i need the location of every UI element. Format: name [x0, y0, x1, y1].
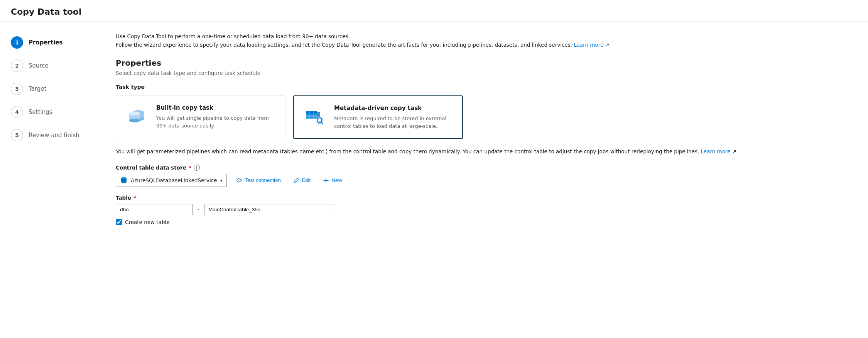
builtin-card-content: Built-in copy task You will get single p…	[156, 104, 276, 129]
step-label-source: Source	[29, 62, 49, 69]
step-label-settings: Settings	[29, 109, 52, 115]
builtin-card-desc: You will get single pipeline to copy dat…	[156, 114, 276, 129]
builtin-copy-task-card[interactable]: Built-in copy task You will get single p…	[116, 95, 285, 139]
svg-rect-9	[306, 114, 317, 115]
dropdown-value: AzureSQLDatabaseLinkedService	[131, 177, 217, 183]
step-label-properties: Properties	[29, 39, 62, 46]
intro-learn-more-link[interactable]: Learn more	[574, 42, 603, 48]
step-circle-4: 4	[11, 106, 23, 118]
required-star: *	[189, 165, 191, 171]
table-schema-input[interactable]	[116, 204, 193, 215]
sidebar-item-settings[interactable]: 4 Settings	[0, 100, 100, 124]
plus-icon	[323, 177, 329, 183]
step-label-review: Review and finish	[29, 132, 79, 139]
metadata-copy-icon	[303, 105, 326, 128]
edit-button[interactable]: Edit	[290, 175, 314, 186]
properties-section-title: Properties	[116, 58, 853, 68]
table-separator: ·	[196, 206, 201, 213]
table-field-label: Table *	[116, 195, 853, 201]
metadata-card-title: Metadata-driven copy task	[334, 105, 453, 112]
info-icon[interactable]: i	[194, 165, 200, 171]
test-connection-button[interactable]: Test connection	[233, 175, 284, 186]
new-button[interactable]: New	[320, 175, 345, 186]
svg-rect-8	[306, 111, 317, 114]
section-subtitle: Select copy data task type and configure…	[116, 70, 853, 76]
main-content: Use Copy Data Tool to perform a one-time…	[100, 22, 868, 336]
intro-text: Use Copy Data Tool to perform a one-time…	[116, 32, 853, 49]
svg-point-6	[129, 112, 140, 115]
description-text: You will get parameterized pipelines whi…	[116, 148, 853, 156]
metadata-card-content: Metadata-driven copy task Metadata is re…	[334, 105, 453, 130]
builtin-card-title: Built-in copy task	[156, 104, 276, 111]
sidebar-item-target[interactable]: 3 Target	[0, 77, 100, 100]
desc-external-link-icon: ↗	[732, 148, 736, 155]
step-circle-1: 1	[11, 36, 23, 49]
step-circle-5: 5	[11, 129, 23, 141]
builtin-copy-icon	[125, 104, 149, 127]
table-input-row: ·	[116, 204, 853, 215]
external-link-icon: ↗	[605, 42, 610, 48]
dropdown-chevron-icon: ▾	[220, 177, 223, 183]
test-connection-icon	[236, 177, 242, 183]
svg-rect-11	[306, 117, 317, 119]
sidebar-item-source[interactable]: 2 Source	[0, 54, 100, 77]
step-circle-3: 3	[11, 83, 23, 95]
azure-sql-icon	[120, 177, 128, 184]
metadata-copy-task-card[interactable]: Metadata-driven copy task Metadata is re…	[293, 95, 463, 139]
sidebar-item-properties[interactable]: 1 Properties	[0, 31, 100, 54]
create-new-table-checkbox[interactable]	[116, 219, 122, 225]
control-table-row: AzureSQLDatabaseLinkedService ▾ Test con…	[116, 174, 853, 187]
control-table-dropdown[interactable]: AzureSQLDatabaseLinkedService ▾	[116, 174, 227, 187]
svg-point-20	[121, 177, 127, 179]
create-new-table-row: Create new table	[116, 219, 853, 225]
control-table-field-label: Control table data store * i	[116, 165, 853, 171]
task-cards-container: Built-in copy task You will get single p…	[116, 95, 853, 139]
step-circle-2: 2	[11, 59, 23, 72]
table-name-input[interactable]	[204, 204, 335, 215]
task-type-label: Task type	[116, 84, 853, 90]
edit-icon	[293, 177, 299, 183]
svg-line-17	[321, 122, 323, 124]
table-required-star: *	[133, 195, 136, 201]
sidebar-item-review[interactable]: 5 Review and finish	[0, 124, 100, 147]
svg-point-5	[129, 119, 140, 122]
sidebar: 1 Properties 2 Source 3 Target 4 Setting…	[0, 22, 100, 336]
svg-rect-10	[306, 115, 317, 117]
create-new-table-label: Create new table	[125, 219, 170, 225]
description-learn-more-link[interactable]: Learn more	[701, 148, 731, 155]
step-label-target: Target	[29, 85, 46, 92]
metadata-card-desc: Metadata is required to be stored in ext…	[334, 115, 453, 130]
page-title: Copy Data tool	[0, 0, 868, 22]
